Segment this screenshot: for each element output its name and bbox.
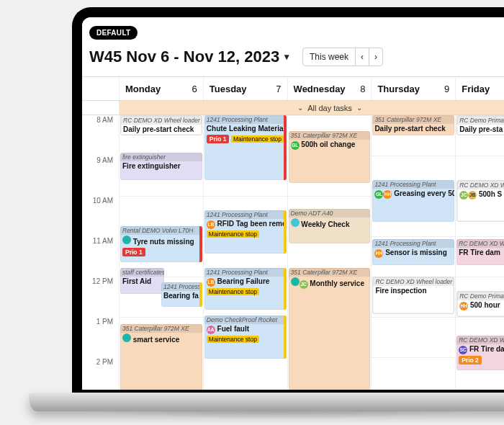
assignee-avatar: AA — [207, 326, 215, 334]
chevron-down-icon: ⌄ — [356, 104, 362, 112]
assignee-avatar: HH — [383, 190, 392, 199]
event-priority: Prio 1 Maintenance stop — [204, 135, 287, 145]
hour-label: 2 PM — [96, 358, 113, 366]
laptop-frame: DEFAULT W45 Nov 6 - Nov 12, 2023 ▼ This … — [72, 7, 504, 400]
event-title: JC Monthly service — [289, 277, 371, 290]
hour-label: 1 PM — [96, 318, 113, 326]
calendar-event[interactable]: fire extinguisherFire extinguisher — [120, 153, 202, 180]
chevron-right-icon: › — [374, 52, 377, 62]
week-range-label: W45 Nov 6 - Nov 12, 2023 — [89, 48, 279, 66]
calendar-event[interactable]: 351 Caterpillar 972M XEGL 500h oil chang… — [289, 131, 371, 183]
all-day-label: All day tasks — [307, 104, 352, 112]
priority-stripe — [284, 268, 287, 310]
gutter-spacer — [82, 77, 120, 100]
event-title: Fire extinguisher — [120, 161, 202, 172]
assignee-avatar: GL — [374, 190, 383, 199]
chevron-down-icon: ▼ — [282, 52, 291, 62]
hour-label: 8 AM — [96, 116, 113, 124]
hour-label: 9 AM — [96, 156, 113, 164]
assignee-avatar — [122, 334, 131, 342]
calendar-event[interactable]: 351 Caterpillar 972M XEJC Monthly servic… — [289, 268, 371, 390]
chevron-down-icon: ⌄ — [297, 104, 303, 112]
assignee-avatar: SC — [459, 346, 467, 354]
calendar-event[interactable]: 1241 Processing PlantLB Bearing FailureM… — [204, 268, 287, 310]
this-week-button[interactable]: This week — [302, 48, 356, 66]
day-header[interactable]: Thursday9 — [372, 77, 456, 100]
week-title[interactable]: W45 Nov 6 - Nov 12, 2023 ▼ — [89, 48, 291, 66]
event-asset: staff certificates — [120, 268, 164, 277]
day-name: Friday — [462, 84, 490, 94]
default-badge: DEFAULT — [89, 26, 138, 40]
day-header-row: Monday6Tuesday7Wednesday8Thursday9Friday… — [82, 76, 504, 101]
time-gutter: 8 AM9 AM10 AM11 AM12 PM1 PM2 PM — [82, 115, 120, 390]
calendar-event[interactable]: 1241 Processing PlantGLHH Greasing every… — [372, 180, 454, 222]
prev-week-button[interactable]: ‹ — [356, 48, 369, 66]
assignee-avatar: LB — [207, 220, 215, 229]
calendar-event[interactable]: Demo ADT A40 Weekly Check — [289, 209, 371, 243]
calendar-event[interactable]: Demo CheckProof RocketAA Fuel faultMaint… — [204, 316, 287, 359]
event-asset: 351 Caterpillar 972M XE — [289, 268, 371, 277]
event-title: AA Fuel fault — [204, 324, 287, 336]
event-priority: Prio 1 — [120, 248, 202, 258]
calendar-event[interactable]: 1241 ProcessiBearing fa — [161, 282, 202, 307]
calendar-event[interactable]: RC DEMO XD Wheel loaderDaily pre-start c… — [120, 115, 202, 135]
chevron-left-icon: ‹ — [361, 52, 364, 62]
event-title: HH Sensor is missing — [372, 248, 454, 259]
event-asset: 351 Caterpillar 972M XE — [372, 115, 454, 124]
event-title: LB Bearing Failure — [204, 277, 287, 288]
event-title: Weekly Check — [289, 218, 371, 231]
event-title: GL 500h oil change — [289, 140, 371, 151]
event-subtitle: Maintenance stop — [204, 231, 287, 240]
calendar-event[interactable]: RC DEMO XD Wheel loaderFire inspection — [372, 277, 454, 314]
hour-grid: 8 AM9 AM10 AM11 AM12 PM1 PM2 PM RC DEMO … — [82, 115, 504, 390]
assignee-avatar: GL — [291, 141, 300, 150]
event-asset: Demo ADT A40 — [289, 209, 371, 218]
assignee-avatar: LB — [207, 278, 215, 287]
all-day-row[interactable]: ⌄ All day tasks ⌄ — [82, 101, 504, 115]
event-title: Tyre nuts missing — [120, 235, 202, 248]
event-asset: Demo CheckProof Rocket — [204, 316, 287, 324]
assignee-avatar — [122, 236, 131, 244]
day-header[interactable]: Tuesday7 — [204, 77, 288, 100]
priority-stripe — [199, 226, 202, 262]
event-title: smart service — [120, 333, 202, 346]
day-header[interactable]: Monday6 — [120, 77, 204, 100]
day-name: Thursday — [377, 84, 420, 94]
calendar-event[interactable]: 1241 Processing PlantHH Sensor is missin… — [372, 239, 454, 265]
assignee-avatar: JB — [468, 191, 477, 200]
event-title: HH 500 hour — [457, 300, 504, 312]
event-asset: RC DEMO XD W — [456, 239, 504, 248]
event-asset: 1241 Processing Plant — [372, 180, 454, 189]
calendar-event[interactable]: RC DEMO XD WFR Tire dam — [456, 239, 504, 265]
calendar-event[interactable]: RC Demo PrimarDaily pre-sta — [456, 115, 504, 135]
calendar-event[interactable]: 351 Caterpillar 972M XEDaily pre-start c… — [372, 115, 454, 135]
calendar-event[interactable]: 1241 Processing PlantChute Leaking Mater… — [204, 115, 287, 180]
day-column: RC Demo PrimarDaily pre-staRC DEMO XD WJ… — [456, 115, 504, 390]
assignee-avatar — [291, 218, 300, 227]
day-header[interactable]: Friday10 — [456, 77, 504, 100]
day-column: 351 Caterpillar 972M XEDaily pre-start c… — [372, 115, 456, 390]
event-asset: 351 Caterpillar 972M XE — [289, 131, 371, 140]
calendar-event[interactable]: 351 Caterpillar 972M XE smart service — [120, 324, 202, 390]
day-columns: RC DEMO XD Wheel loaderDaily pre-start c… — [120, 115, 504, 390]
week-nav: This week ‹ › — [302, 48, 383, 66]
calendar-event[interactable]: RC DEMO XD WSC FR Tire daPrio 2 — [456, 336, 504, 370]
calendar-event[interactable]: RC Demo PrimarHH 500 hour — [456, 291, 504, 317]
event-title: SC FR Tire da — [456, 344, 504, 356]
event-asset: 1241 Processing Plant — [204, 268, 287, 277]
laptop-base — [29, 393, 504, 411]
hour-label: 12 PM — [92, 277, 113, 285]
event-asset: Rental DEMO Volvo L70H — [120, 226, 202, 235]
calendar-event[interactable]: staff certificatesFirst Aid — [120, 268, 164, 294]
day-header[interactable]: Wednesday8 — [288, 77, 372, 100]
event-title: Fire inspection — [373, 286, 454, 297]
event-title: GLHH Greasing every 50h — [372, 189, 454, 200]
calendar-event[interactable]: Rental DEMO Volvo L70H Tyre nuts missing… — [120, 226, 202, 262]
calendar-event[interactable]: 1241 Processing PlantLB RFID Tag been re… — [204, 210, 287, 254]
next-week-button[interactable]: › — [369, 48, 383, 66]
event-asset: RC Demo Primar — [457, 292, 504, 300]
priority-stripe — [284, 115, 287, 180]
event-title: First Aid — [120, 277, 164, 287]
day-number: 7 — [276, 84, 281, 94]
calendar-event[interactable]: RC DEMO XD WJCJB 500h S — [456, 180, 504, 222]
